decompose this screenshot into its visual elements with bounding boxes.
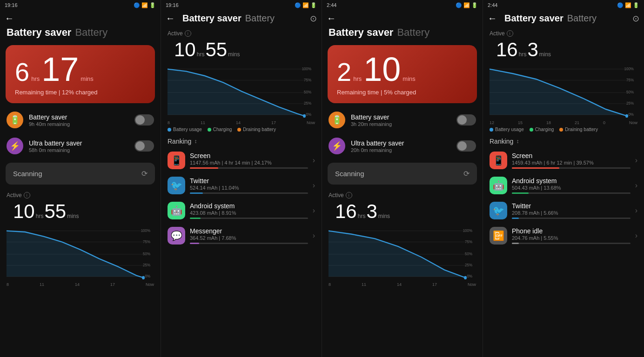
battery-chart-3: 100% 75% 50% 25% 0% — [322, 226, 483, 282]
battery-saver-switch-3[interactable] — [456, 114, 476, 126]
svg-text:75%: 75% — [143, 239, 150, 244]
xaxis-label-4: Now — [629, 120, 637, 125]
settings-icon-4[interactable]: ⊙ — [632, 13, 639, 24]
svg-point-47 — [625, 114, 628, 118]
status-icons-4: 🔵 📶 🔋 — [617, 2, 639, 8]
legend-battery-usage-4: Battery usage — [490, 127, 524, 132]
svg-text:100%: 100% — [302, 66, 312, 71]
active-mins-unit-2: mins — [228, 51, 240, 58]
svg-text:100%: 100% — [141, 228, 151, 233]
app-item-screen-2[interactable]: 📱 Screen 1147.56 mAh | 4 hr 14 min | 24.… — [161, 148, 322, 173]
nav-title-main-4: Battery saver — [504, 13, 564, 24]
active-mins-unit-1: mins — [67, 213, 79, 219]
active-hrs-unit-1: hrs — [36, 213, 44, 219]
chart-legend-4: Battery usage Charging Draining battery — [483, 125, 644, 134]
app-name-screen-4: Screen — [512, 152, 631, 159]
chevron-twitter-2: › — [313, 181, 315, 190]
toggle-battery-saver-1[interactable]: 🔋 Battery saver 9h 40m remaining — [0, 107, 161, 133]
app-bar-messenger-2 — [190, 243, 199, 244]
app-bar-container-android-4 — [512, 192, 631, 194]
app-bar-screen-2 — [190, 167, 218, 169]
active-hrs-unit-4: hrs — [519, 51, 527, 58]
app-stats-android-4: 504.43 mAh | 13.68% — [512, 185, 631, 191]
signal-icon: 📶 — [141, 2, 148, 8]
settings-icon-2[interactable]: ⊙ — [310, 13, 317, 24]
chevron-android-2: › — [313, 206, 315, 215]
panel-4: 2:44 🔵 📶 🔋 ← Battery saver Battery ⊙ Act… — [483, 0, 644, 357]
active-hours-4: 16 — [496, 39, 518, 61]
nav-title-secondary-3: Battery — [397, 26, 429, 39]
app-item-android-4[interactable]: 🤖 Android system 504.43 mAh | 13.68% › — [483, 173, 644, 198]
app-bar-container-phone-4 — [512, 243, 631, 244]
battery-chart-4: 100% 75% 50% 25% 0% — [483, 65, 644, 120]
svg-text:25%: 25% — [143, 263, 150, 268]
legend-dot-green-2 — [208, 128, 211, 132]
app-stats-phone-4: 204.76 mAh | 5.55% — [512, 235, 631, 241]
app-item-screen-4[interactable]: 📱 Screen 1459.43 mAh | 6 hr 12 min | 39.… — [483, 148, 644, 173]
xaxis-label-4: 12 — [490, 120, 494, 125]
xaxis-label: 14 — [75, 282, 80, 287]
app-item-twitter-2[interactable]: 🐦 Twitter 524.14 mAh | 11.04% › — [161, 173, 322, 198]
active-section-3: Active i 16 hrs 3 mins — [322, 188, 483, 225]
active-mins-3: 3 — [366, 200, 377, 223]
ultra-saver-title-3: Ultra battery saver — [351, 139, 451, 147]
hero-mins-1: 17 — [41, 53, 79, 86]
chart-legend-2: Battery usage Charging Draining battery — [161, 125, 322, 134]
ranking-header-4[interactable]: Ranking ↕ — [483, 134, 644, 148]
app-info-screen-4: Screen 1459.43 mAh | 6 hr 12 min | 39.57… — [512, 152, 631, 169]
back-button-3[interactable]: ← — [327, 13, 340, 24]
app-bar-android-2 — [190, 218, 201, 219]
back-button-1[interactable]: ← — [5, 13, 18, 24]
active-label-2: Active — [168, 30, 183, 37]
active-mins-4: 3 — [527, 39, 538, 61]
app-info-android-2: Android system 423.08 mAh | 8.91% — [190, 202, 308, 219]
app-bar-phone-4 — [512, 243, 519, 244]
back-button-4[interactable]: ← — [488, 13, 501, 24]
status-icons-2: 🔵 📶 🔋 — [295, 2, 317, 8]
legend-dot-orange-2 — [237, 128, 241, 132]
app-info-twitter-2: Twitter 524.14 mAh | 11.04% — [190, 177, 308, 194]
xaxis-label-2: 11 — [201, 120, 205, 125]
battery-icon-3: 🔋 — [471, 2, 478, 8]
battery-hero-3: 2 hrs 10 mins Remaining time | 5% charge… — [328, 45, 477, 103]
app-item-android-2[interactable]: 🤖 Android system 423.08 mAh | 8.91% › — [161, 198, 322, 223]
legend-battery-usage-2: Battery usage — [168, 127, 202, 132]
app-item-phone-4[interactable]: 📴 Phone idle 204.76 mAh | 5.55% › — [483, 223, 644, 248]
scanning-box-3: Scanning ⟳ — [328, 163, 477, 185]
app-stats-messenger-2: 364.52 mAh | 7.68% — [190, 235, 308, 241]
xaxis-label-2: Now — [307, 120, 315, 125]
battery-icon-4: 🔋 — [633, 2, 639, 8]
hero-mins-3: 10 — [363, 53, 401, 86]
app-stats-screen-4: 1459.43 mAh | 6 hr 12 min | 39.57% — [512, 160, 631, 165]
active-label-1: Active — [7, 192, 22, 198]
battery-saver-info-3: Battery saver 3h 20m remaining — [351, 113, 451, 127]
legend-dot-green-4 — [530, 128, 533, 132]
battery-saver-sub-3: 3h 20m remaining — [351, 121, 451, 127]
xaxis-label: 8 — [7, 282, 9, 287]
app-item-messenger-2[interactable]: 💬 Messenger 364.52 mAh | 7.68% › — [161, 223, 322, 248]
ultra-saver-switch-3[interactable] — [456, 140, 476, 152]
ultra-saver-switch-1[interactable] — [134, 140, 154, 152]
hero-hours-1: 6 — [15, 59, 29, 85]
toggle-battery-saver-3[interactable]: 🔋 Battery saver 3h 20m remaining — [322, 107, 483, 133]
legend-label-4: Battery usage — [495, 127, 524, 132]
status-bar-1: 19:16 🔵 📶 🔋 — [0, 0, 161, 10]
back-button-2[interactable]: ← — [166, 13, 179, 24]
ranking-header-2[interactable]: Ranking ↕ — [161, 134, 322, 148]
battery-saver-switch-1[interactable] — [134, 114, 154, 126]
status-time-1: 19:16 — [5, 2, 18, 8]
app-info-android-4: Android system 504.43 mAh | 13.68% — [512, 177, 631, 194]
svg-text:50%: 50% — [465, 251, 472, 257]
hero-status-1: Remaining time | 12% charged — [15, 89, 146, 96]
toggle-ultra-1[interactable]: ⚡ Ultra battery saver 58h 0m remaining — [0, 133, 161, 159]
app-bar-container-screen-4 — [512, 167, 631, 169]
chevron-messenger-2: › — [313, 231, 315, 240]
active-mins-2: 55 — [205, 39, 227, 61]
battery-icon-2: 🔋 — [310, 2, 317, 8]
app-bar-container-messenger-2 — [190, 243, 308, 244]
ultra-saver-title-1: Ultra battery saver — [29, 139, 129, 147]
toggle-ultra-3[interactable]: ⚡ Ultra battery saver 20h 0m remaining — [322, 133, 483, 159]
app-bar-container-twitter-2 — [190, 192, 308, 194]
legend-charging-2: Charging — [208, 127, 232, 132]
app-item-twitter-4[interactable]: 🐦 Twitter 208.78 mAh | 5.66% › — [483, 198, 644, 223]
